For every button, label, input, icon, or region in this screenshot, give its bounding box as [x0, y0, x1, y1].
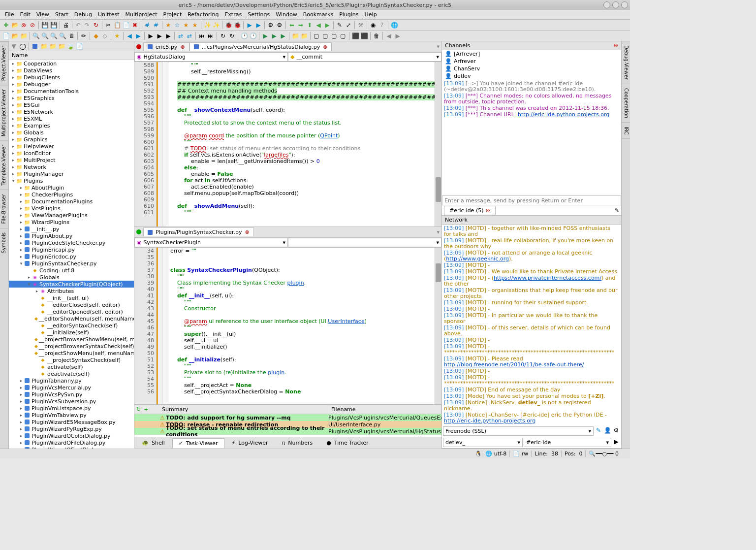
editor-scrollbar[interactable] — [435, 248, 441, 404]
help-icon[interactable]: ? — [378, 21, 386, 29]
tree-item[interactable]: ▸DocumentationPlugins — [9, 198, 134, 205]
goto3-icon[interactable]: ▶ — [164, 32, 172, 40]
pencil-icon[interactable]: ✏ — [80, 32, 88, 40]
tree-item[interactable]: ▸PluginEricdoc.py — [9, 253, 134, 260]
channel-user[interactable]: 👤Arfrever — [442, 58, 621, 65]
menu-debug[interactable]: Debug — [71, 10, 95, 19]
menu-window[interactable]: Window — [273, 10, 300, 19]
tree-item[interactable]: __projectBrowserShowMenu(self, menuN — [9, 336, 134, 343]
tree-item[interactable]: ▾PluginSyntaxChecker.py — [9, 260, 134, 267]
menu-edit[interactable]: Edit — [17, 10, 33, 19]
tree-item[interactable]: __editorShowMenu(self, menuName, men — [9, 315, 134, 322]
goto2-icon[interactable]: ▶ — [156, 32, 163, 40]
zoom-status[interactable]: 🔍━━○━━ 0 — [585, 451, 622, 457]
connect-icon[interactable]: ✎ — [595, 426, 602, 434]
tree-item[interactable]: ▸DocumentationTools — [9, 88, 134, 95]
tree-item[interactable]: __projectSyntaxCheck(self) — [9, 356, 134, 363]
edit-away-icon[interactable]: ✎ — [615, 207, 619, 214]
up-icon[interactable]: ⬆ — [306, 21, 314, 29]
gear2-icon[interactable]: ⚙ — [276, 21, 284, 29]
tools-icon[interactable]: ⚒ — [357, 21, 365, 29]
tree-item[interactable]: ▸CheckerPlugins — [9, 191, 134, 198]
saveall-icon[interactable]: 💾 — [50, 21, 58, 29]
play3-icon[interactable]: ▶ — [279, 32, 287, 40]
zoom-reset-icon[interactable]: 🔍 — [50, 32, 58, 40]
tree-item[interactable]: ▸Cooperation — [9, 60, 134, 67]
zoom-fit-icon[interactable]: 🔍 — [59, 32, 66, 40]
right-tab-cooperation[interactable]: Cooperation — [622, 84, 630, 123]
bookmark-prev-icon[interactable]: ★ — [191, 21, 199, 29]
proj-open-icon[interactable]: 📂 — [11, 32, 19, 40]
tree-item[interactable]: deactivate(self) — [9, 370, 134, 377]
tree-item[interactable]: ▸Examples — [9, 122, 134, 129]
nick-selector[interactable]: detlev_▾ — [443, 438, 523, 447]
clock-icon[interactable]: 🕐 — [240, 32, 248, 40]
play-icon[interactable]: ▶ — [261, 32, 269, 40]
proj-new-icon[interactable]: 📄 — [2, 32, 10, 40]
menu-file[interactable]: File — [2, 10, 17, 19]
tree-item[interactable]: __editorClosed(self, editor) — [9, 301, 134, 308]
bottom-tab-numbers[interactable]: πNumbers — [276, 438, 319, 448]
tree-item[interactable]: ▸PluginEricapi.py — [9, 246, 134, 253]
menu-multiproject[interactable]: Multiproject — [122, 10, 160, 19]
folder2-icon[interactable]: 📁 — [300, 32, 308, 40]
tree-item[interactable]: __editorSyntaxCheck(self) — [9, 322, 134, 329]
fav-icon[interactable]: ★ — [113, 32, 121, 40]
tree-item[interactable]: ▸PluginCodeStyleChecker.py — [9, 239, 134, 246]
zoom-out-icon[interactable]: 🔍 — [41, 32, 49, 40]
undo-icon[interactable]: ↶ — [74, 21, 82, 29]
task-row[interactable]: ⚠TODO: add support for hg summary --mqPl… — [134, 414, 441, 421]
comment-icon[interactable]: # — [143, 21, 151, 29]
tree-item[interactable]: ▸PluginVcsSubversion.py — [9, 398, 134, 405]
editor-upper[interactable]: 5885895905915925935945955965975985996006… — [134, 62, 441, 227]
tree-item[interactable]: ▸PluginWizardQFileDialog.py — [9, 439, 134, 446]
tree-item[interactable]: ▸E5XML — [9, 115, 134, 122]
gear-icon[interactable]: ⚙ — [267, 21, 275, 29]
channel-selector[interactable]: #eric-ide▾ — [524, 438, 611, 447]
close-tab-icon[interactable]: ⊗ — [323, 44, 327, 50]
cut-icon[interactable]: ✂ — [104, 21, 112, 29]
wand-icon[interactable]: ✨ — [203, 21, 211, 29]
tree-item[interactable]: ▸__init__.py — [9, 226, 134, 232]
tree-item[interactable]: ▸PluginVcsPySvn.py — [9, 391, 134, 398]
editor-tab-eric5[interactable]: eric5.py ⊗ — [143, 42, 189, 51]
right-icon[interactable]: ➡ — [297, 21, 305, 29]
new-icon[interactable]: ✚ — [2, 21, 10, 29]
menu-unittest[interactable]: Unittest — [95, 10, 123, 19]
channel-user[interactable]: 👤ChanServ — [442, 65, 621, 72]
right-tab-irc[interactable]: IRC — [622, 123, 630, 139]
tree-item[interactable]: __editorOpened(self, editor) — [9, 308, 134, 315]
hg-back-icon[interactable]: ◀ — [385, 32, 393, 40]
close-panel-icon[interactable]: ⊗ — [614, 42, 618, 49]
closeall-icon[interactable]: ⊘ — [29, 21, 36, 29]
folder3-icon[interactable]: 📁 — [58, 42, 65, 50]
menu-bookmarks[interactable]: Bookmarks — [300, 10, 336, 19]
close-tab-icon[interactable]: ⊗ — [180, 44, 185, 50]
menu-extras[interactable]: Extras — [221, 10, 245, 19]
edit-icon[interactable]: ✎ — [336, 21, 344, 29]
delete-icon[interactable]: ✖ — [131, 21, 139, 29]
tree-item[interactable]: ▸PluginWizardE5MessageBox.py — [9, 419, 134, 425]
tree-item[interactable]: ▸Globals — [9, 274, 134, 281]
db-icon[interactable]: ◉ — [369, 21, 377, 29]
tree-item[interactable]: ▸E5Network — [9, 108, 134, 115]
add-task-icon[interactable]: + — [144, 406, 148, 413]
tree-item[interactable]: ▸PluginWizardQColorDialog.py — [9, 432, 134, 439]
tree-item[interactable]: ▸Helpviewer — [9, 143, 134, 150]
class-selector-lower[interactable]: ◉SyntaxCheckerPlugin▾ — [134, 238, 288, 247]
menu-project[interactable]: Project — [160, 10, 185, 19]
proj-close-icon[interactable]: 📁 — [20, 32, 28, 40]
bookmark-next-icon[interactable]: ★ — [182, 21, 190, 29]
channel-user[interactable]: 👤[Arfrever] — [442, 50, 621, 58]
tree-item[interactable]: __projectShowMenu(self, menuName, me — [9, 350, 134, 356]
tree-item[interactable]: ▸PluginAbout.py — [9, 232, 134, 239]
term2-icon[interactable]: ⬛ — [360, 32, 368, 40]
editor-lower[interactable]: 3435363738394041424344454647484950515253… — [134, 248, 441, 405]
task-row[interactable]: ⚠TODO: set status of menu entries accord… — [134, 428, 441, 435]
channel-message-input[interactable] — [442, 195, 621, 205]
tree-item[interactable]: ▸ViewManagerPlugins — [9, 212, 134, 219]
channel-user[interactable]: 👤detlev — [442, 72, 621, 80]
tree-item[interactable]: ▾SyntaxCheckerPlugin(QObject) — [9, 281, 134, 288]
bottom-tab-time-tracker[interactable]: ●Time Tracker — [320, 438, 375, 448]
tree-item[interactable]: ▸DataViews — [9, 67, 134, 74]
